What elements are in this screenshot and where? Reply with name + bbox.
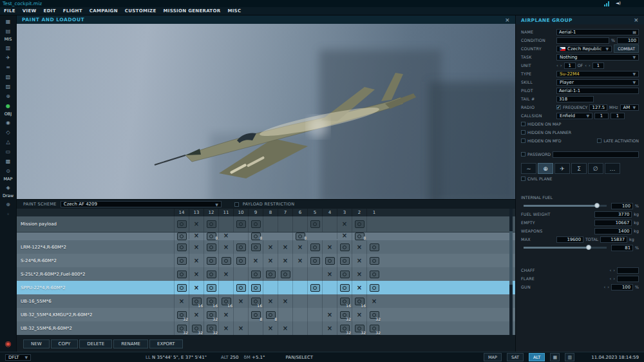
loadout-cell[interactable]: × xyxy=(352,240,366,254)
loadout-cell[interactable]: × xyxy=(174,294,189,308)
loadout-scrollbar[interactable] xyxy=(509,209,513,335)
loadout-cell[interactable] xyxy=(263,281,278,294)
map-layer-button[interactable]: MAP xyxy=(484,353,502,361)
loadout-row[interactable]: LRM-122*4,R-60M*2××××××× xyxy=(17,240,515,254)
loadout-cell[interactable] xyxy=(337,281,352,294)
loadout-cell[interactable] xyxy=(204,254,218,267)
loadout-cell[interactable]: 16 xyxy=(337,294,352,308)
menu-view[interactable]: VIEW xyxy=(23,8,37,14)
close-icon[interactable]: × xyxy=(634,17,639,23)
loadout-cell[interactable]: 32 xyxy=(174,321,189,335)
unit-increment[interactable]: › xyxy=(560,62,562,69)
loadout-cell[interactable]: × xyxy=(337,233,352,239)
callsign-number1-input[interactable]: 1 xyxy=(594,113,609,119)
scrollbar-thumb[interactable] xyxy=(509,231,513,284)
flare-input[interactable] xyxy=(617,276,639,282)
frequency-input[interactable]: 127.5 xyxy=(589,104,607,111)
loadout-cell[interactable]: 32 xyxy=(204,321,218,335)
aircraft-group-icon[interactable]: ✈ xyxy=(3,53,14,61)
loadout-cell[interactable] xyxy=(322,216,337,232)
condition-value-input[interactable]: 100 xyxy=(617,37,639,44)
loadout-cell[interactable]: × xyxy=(322,308,337,321)
loadout-row[interactable]: UB-32_55M*6,R-60M*2323232×××××323232 xyxy=(17,321,515,335)
late-activation-checkbox[interactable] xyxy=(597,138,601,143)
loadout-cell[interactable] xyxy=(337,240,352,254)
menu-flight[interactable]: FLIGHT xyxy=(63,8,82,14)
trigger-zone-icon[interactable]: ▭ xyxy=(3,148,14,155)
loadout-row[interactable]: S-24*6,R-60M*2×××××× xyxy=(17,254,515,267)
loadout-cell[interactable] xyxy=(322,254,337,267)
loadout-cell[interactable]: × xyxy=(189,233,204,239)
loadout-cell[interactable]: × xyxy=(292,254,307,267)
loadout-cell[interactable]: 8 xyxy=(204,233,218,240)
menu-campaign[interactable]: CAMPAIGN xyxy=(90,8,118,14)
loadout-row[interactable]: UB-32_55M*4,KMGU*2,R-60M*232×32×88×32×32 xyxy=(17,308,515,321)
loadout-cell[interactable] xyxy=(204,216,218,232)
menu-mission-generator[interactable]: MISSION GENERATOR xyxy=(164,8,221,14)
loadout-cell[interactable] xyxy=(233,216,248,232)
loadout-cell[interactable]: × xyxy=(233,321,248,335)
load-input[interactable]: 81 xyxy=(611,245,633,251)
legend-icon[interactable]: ▥ xyxy=(565,353,574,361)
chaff-decrement[interactable]: ‹ xyxy=(609,267,611,274)
unit-decrement[interactable]: ‹ xyxy=(556,62,558,69)
loadout-cell[interactable] xyxy=(307,281,322,294)
loadout-cell[interactable] xyxy=(337,254,352,267)
loadout-cell[interactable] xyxy=(366,240,381,254)
loadout-cell[interactable] xyxy=(307,254,322,267)
loadout-cell[interactable] xyxy=(174,240,189,254)
loadout-cell[interactable] xyxy=(174,254,189,267)
civil-plane-checkbox[interactable] xyxy=(521,176,526,181)
loadout-cell[interactable] xyxy=(366,216,381,232)
loadout-cell[interactable]: × xyxy=(352,254,366,267)
loadout-cell[interactable]: × xyxy=(189,254,204,267)
loadout-cell[interactable] xyxy=(204,267,218,281)
loadout-cell[interactable] xyxy=(233,267,248,281)
loadout-cell[interactable] xyxy=(233,254,248,267)
mission-options-icon[interactable]: ≡ xyxy=(3,63,14,71)
loadout-cell[interactable] xyxy=(248,267,263,281)
chaff-increment[interactable]: › xyxy=(613,267,615,274)
loadout-cell[interactable]: × xyxy=(248,254,263,267)
new-button[interactable]: NEW xyxy=(23,339,50,348)
name-input[interactable]: Aerial-1▤ xyxy=(556,29,639,35)
menu-edit[interactable]: EDIT xyxy=(44,8,56,14)
loadout-cell[interactable]: × xyxy=(233,294,248,308)
sat-layer-button[interactable]: SAT xyxy=(507,353,524,361)
summary-tab[interactable]: Σ xyxy=(571,163,587,174)
hidden-on-mfd-checkbox[interactable] xyxy=(521,138,526,143)
modulation-select[interactable]: AM▼ xyxy=(620,104,639,111)
loadout-cell[interactable] xyxy=(218,216,233,232)
loadout-cell[interactable]: × xyxy=(189,308,204,321)
aircraft-tab[interactable]: ✈ xyxy=(554,163,570,174)
loadout-cell[interactable] xyxy=(233,281,248,294)
loadout-cell[interactable]: 16 xyxy=(352,294,366,308)
menu-misc[interactable]: MISC xyxy=(227,8,241,14)
gun-increment[interactable]: › xyxy=(607,284,609,291)
loadout-cell[interactable] xyxy=(307,240,322,254)
layers-icon[interactable]: ▦ xyxy=(550,353,560,361)
loadout-cell[interactable]: × xyxy=(263,294,278,308)
add-unit-icon[interactable]: ⊕ xyxy=(3,92,14,100)
loadout-cell[interactable]: 32 xyxy=(337,308,352,321)
loadout-row-selected[interactable]: SPPU-22*4,R-60M*2×× xyxy=(17,281,515,294)
combat-button[interactable]: COMBAT xyxy=(614,44,639,53)
loadout-cell[interactable]: × xyxy=(189,267,204,281)
radio-checkbox[interactable]: ✓ xyxy=(556,105,561,110)
loadout-cell[interactable]: × xyxy=(263,321,278,335)
unit-count-input[interactable]: 1 xyxy=(564,62,576,69)
misc-tool-icon[interactable]: ◦ xyxy=(3,210,14,218)
loadout-cell[interactable]: 16 xyxy=(248,294,263,308)
rules-icon[interactable]: ▨ xyxy=(3,82,14,90)
loadout-cell[interactable]: × xyxy=(189,216,204,232)
loadout-cell[interactable] xyxy=(248,281,263,294)
loadout-cell[interactable]: × xyxy=(218,240,233,254)
loadout-cell[interactable]: × xyxy=(263,254,278,267)
circle-tool-icon[interactable]: ⊙ xyxy=(3,167,14,175)
loadout-cell[interactable]: × xyxy=(322,240,337,254)
internal-fuel-slider[interactable] xyxy=(524,205,607,207)
loadout-cell[interactable] xyxy=(366,281,381,294)
loadout-cell[interactable]: 16 xyxy=(218,294,233,308)
menu-customize[interactable]: CUSTOMIZE xyxy=(125,8,156,14)
payload-restriction-checkbox[interactable] xyxy=(234,202,239,207)
